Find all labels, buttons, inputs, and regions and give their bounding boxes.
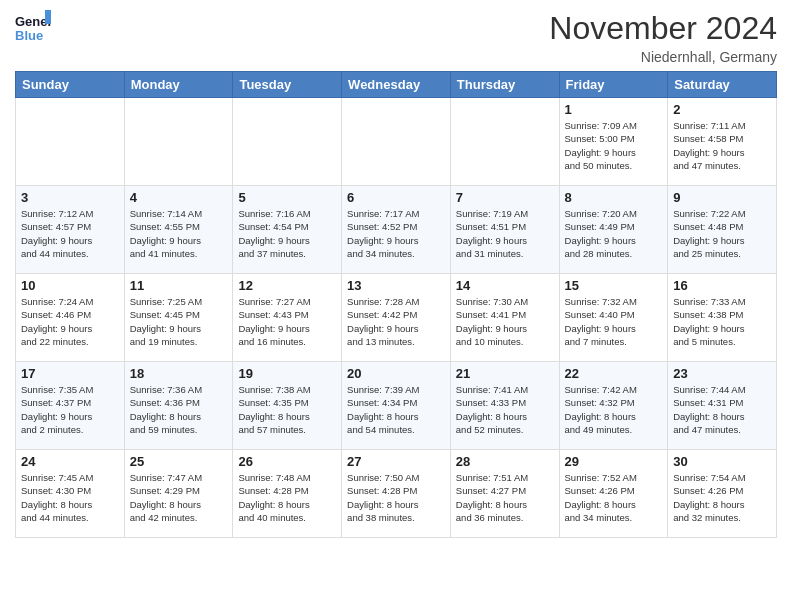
calendar-cell: 27Sunrise: 7:50 AM Sunset: 4:28 PM Dayli… [342,450,451,538]
calendar-cell: 13Sunrise: 7:28 AM Sunset: 4:42 PM Dayli… [342,274,451,362]
day-info: Sunrise: 7:25 AM Sunset: 4:45 PM Dayligh… [130,295,228,348]
day-number: 17 [21,366,119,381]
location: Niedernhall, Germany [549,49,777,65]
day-info: Sunrise: 7:12 AM Sunset: 4:57 PM Dayligh… [21,207,119,260]
calendar-cell: 23Sunrise: 7:44 AM Sunset: 4:31 PM Dayli… [668,362,777,450]
calendar-cell: 6Sunrise: 7:17 AM Sunset: 4:52 PM Daylig… [342,186,451,274]
day-number: 14 [456,278,554,293]
day-number: 22 [565,366,663,381]
calendar-cell: 12Sunrise: 7:27 AM Sunset: 4:43 PM Dayli… [233,274,342,362]
day-number: 16 [673,278,771,293]
day-number: 5 [238,190,336,205]
day-number: 4 [130,190,228,205]
calendar-cell: 8Sunrise: 7:20 AM Sunset: 4:49 PM Daylig… [559,186,668,274]
page: General Blue November 2024 Niedernhall, … [0,0,792,612]
day-number: 27 [347,454,445,469]
day-number: 25 [130,454,228,469]
day-info: Sunrise: 7:48 AM Sunset: 4:28 PM Dayligh… [238,471,336,524]
day-info: Sunrise: 7:38 AM Sunset: 4:35 PM Dayligh… [238,383,336,436]
day-number: 7 [456,190,554,205]
week-row-3: 10Sunrise: 7:24 AM Sunset: 4:46 PM Dayli… [16,274,777,362]
day-info: Sunrise: 7:27 AM Sunset: 4:43 PM Dayligh… [238,295,336,348]
calendar-cell: 25Sunrise: 7:47 AM Sunset: 4:29 PM Dayli… [124,450,233,538]
weekday-wednesday: Wednesday [342,72,451,98]
day-number: 28 [456,454,554,469]
day-info: Sunrise: 7:50 AM Sunset: 4:28 PM Dayligh… [347,471,445,524]
day-info: Sunrise: 7:20 AM Sunset: 4:49 PM Dayligh… [565,207,663,260]
day-number: 18 [130,366,228,381]
day-number: 24 [21,454,119,469]
day-info: Sunrise: 7:30 AM Sunset: 4:41 PM Dayligh… [456,295,554,348]
logo-svg: General Blue [15,10,51,52]
day-number: 3 [21,190,119,205]
day-number: 6 [347,190,445,205]
day-info: Sunrise: 7:47 AM Sunset: 4:29 PM Dayligh… [130,471,228,524]
day-info: Sunrise: 7:41 AM Sunset: 4:33 PM Dayligh… [456,383,554,436]
week-row-1: 1Sunrise: 7:09 AM Sunset: 5:00 PM Daylig… [16,98,777,186]
header: General Blue November 2024 Niedernhall, … [15,10,777,65]
day-info: Sunrise: 7:33 AM Sunset: 4:38 PM Dayligh… [673,295,771,348]
month-title: November 2024 [549,10,777,47]
day-info: Sunrise: 7:39 AM Sunset: 4:34 PM Dayligh… [347,383,445,436]
calendar: SundayMondayTuesdayWednesdayThursdayFrid… [15,71,777,538]
weekday-header-row: SundayMondayTuesdayWednesdayThursdayFrid… [16,72,777,98]
weekday-thursday: Thursday [450,72,559,98]
calendar-cell: 28Sunrise: 7:51 AM Sunset: 4:27 PM Dayli… [450,450,559,538]
day-info: Sunrise: 7:19 AM Sunset: 4:51 PM Dayligh… [456,207,554,260]
day-number: 23 [673,366,771,381]
day-number: 10 [21,278,119,293]
calendar-cell: 15Sunrise: 7:32 AM Sunset: 4:40 PM Dayli… [559,274,668,362]
day-info: Sunrise: 7:54 AM Sunset: 4:26 PM Dayligh… [673,471,771,524]
day-info: Sunrise: 7:32 AM Sunset: 4:40 PM Dayligh… [565,295,663,348]
calendar-cell: 14Sunrise: 7:30 AM Sunset: 4:41 PM Dayli… [450,274,559,362]
day-info: Sunrise: 7:45 AM Sunset: 4:30 PM Dayligh… [21,471,119,524]
calendar-cell: 30Sunrise: 7:54 AM Sunset: 4:26 PM Dayli… [668,450,777,538]
day-info: Sunrise: 7:28 AM Sunset: 4:42 PM Dayligh… [347,295,445,348]
day-info: Sunrise: 7:09 AM Sunset: 5:00 PM Dayligh… [565,119,663,172]
calendar-cell [124,98,233,186]
calendar-cell: 26Sunrise: 7:48 AM Sunset: 4:28 PM Dayli… [233,450,342,538]
week-row-5: 24Sunrise: 7:45 AM Sunset: 4:30 PM Dayli… [16,450,777,538]
weekday-tuesday: Tuesday [233,72,342,98]
calendar-cell: 21Sunrise: 7:41 AM Sunset: 4:33 PM Dayli… [450,362,559,450]
day-info: Sunrise: 7:17 AM Sunset: 4:52 PM Dayligh… [347,207,445,260]
title-section: November 2024 Niedernhall, Germany [549,10,777,65]
day-number: 21 [456,366,554,381]
calendar-cell [342,98,451,186]
day-number: 19 [238,366,336,381]
weekday-friday: Friday [559,72,668,98]
calendar-cell: 22Sunrise: 7:42 AM Sunset: 4:32 PM Dayli… [559,362,668,450]
weekday-saturday: Saturday [668,72,777,98]
weekday-sunday: Sunday [16,72,125,98]
day-number: 15 [565,278,663,293]
day-number: 20 [347,366,445,381]
day-info: Sunrise: 7:24 AM Sunset: 4:46 PM Dayligh… [21,295,119,348]
calendar-cell: 2Sunrise: 7:11 AM Sunset: 4:58 PM Daylig… [668,98,777,186]
day-number: 13 [347,278,445,293]
calendar-cell [16,98,125,186]
day-info: Sunrise: 7:52 AM Sunset: 4:26 PM Dayligh… [565,471,663,524]
calendar-cell: 29Sunrise: 7:52 AM Sunset: 4:26 PM Dayli… [559,450,668,538]
calendar-cell [450,98,559,186]
day-number: 8 [565,190,663,205]
calendar-cell: 16Sunrise: 7:33 AM Sunset: 4:38 PM Dayli… [668,274,777,362]
day-number: 30 [673,454,771,469]
day-number: 29 [565,454,663,469]
week-row-2: 3Sunrise: 7:12 AM Sunset: 4:57 PM Daylig… [16,186,777,274]
day-number: 12 [238,278,336,293]
day-info: Sunrise: 7:35 AM Sunset: 4:37 PM Dayligh… [21,383,119,436]
calendar-cell: 19Sunrise: 7:38 AM Sunset: 4:35 PM Dayli… [233,362,342,450]
day-info: Sunrise: 7:44 AM Sunset: 4:31 PM Dayligh… [673,383,771,436]
calendar-cell: 7Sunrise: 7:19 AM Sunset: 4:51 PM Daylig… [450,186,559,274]
logo: General Blue [15,10,51,52]
calendar-cell [233,98,342,186]
calendar-cell: 9Sunrise: 7:22 AM Sunset: 4:48 PM Daylig… [668,186,777,274]
calendar-cell: 3Sunrise: 7:12 AM Sunset: 4:57 PM Daylig… [16,186,125,274]
day-info: Sunrise: 7:11 AM Sunset: 4:58 PM Dayligh… [673,119,771,172]
calendar-cell: 11Sunrise: 7:25 AM Sunset: 4:45 PM Dayli… [124,274,233,362]
calendar-cell: 1Sunrise: 7:09 AM Sunset: 5:00 PM Daylig… [559,98,668,186]
calendar-cell: 5Sunrise: 7:16 AM Sunset: 4:54 PM Daylig… [233,186,342,274]
day-info: Sunrise: 7:42 AM Sunset: 4:32 PM Dayligh… [565,383,663,436]
day-number: 9 [673,190,771,205]
calendar-cell: 10Sunrise: 7:24 AM Sunset: 4:46 PM Dayli… [16,274,125,362]
